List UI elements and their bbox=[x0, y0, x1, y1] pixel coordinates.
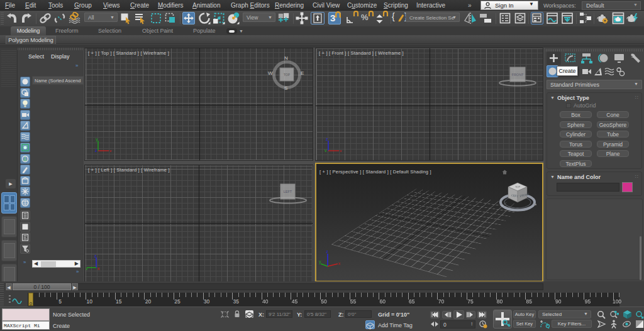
svg-text:TOP: TOP bbox=[284, 73, 291, 77]
svg-text:TOP: TOP bbox=[515, 185, 520, 188]
svg-text:x: x bbox=[97, 266, 100, 270]
svg-text:y: y bbox=[86, 266, 88, 270]
svg-text:z: z bbox=[95, 148, 97, 152]
svg-text:x: x bbox=[338, 261, 341, 266]
svg-text:x: x bbox=[109, 149, 112, 152]
svg-text:y: y bbox=[96, 137, 98, 142]
svg-text:y: y bbox=[325, 148, 327, 152]
svg-text:x: x bbox=[340, 149, 342, 152]
svg-text:z: z bbox=[94, 254, 97, 258]
svg-text:z: z bbox=[326, 249, 328, 254]
svg-text:LEFT: LEFT bbox=[284, 190, 292, 193]
svg-text:FRONT: FRONT bbox=[512, 73, 525, 77]
svg-text:z: z bbox=[326, 137, 328, 141]
svg-text:y: y bbox=[319, 259, 321, 264]
